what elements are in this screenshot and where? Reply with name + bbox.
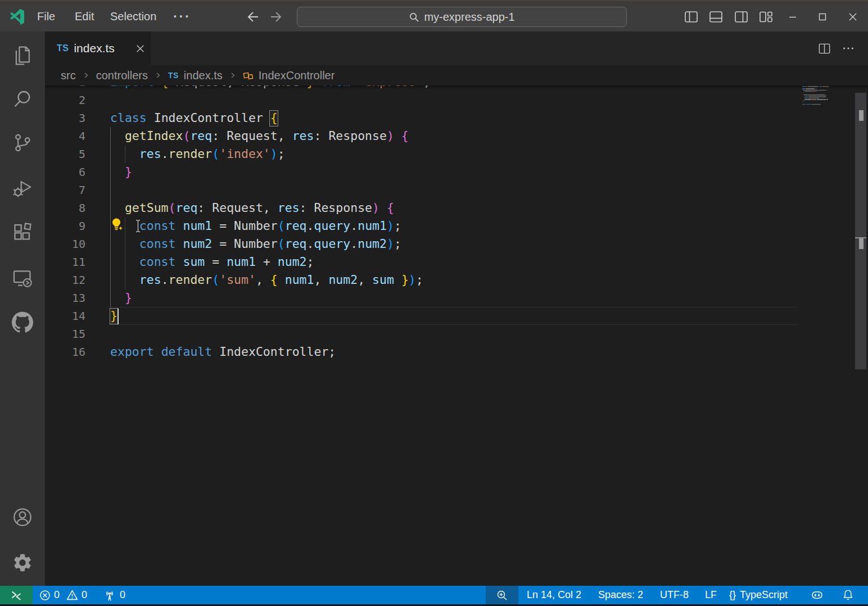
editor-group: TS index.ts src controllers TS index.ts (45, 31, 868, 586)
bracket-match-box (269, 110, 278, 126)
zoom-status-item[interactable] (486, 586, 518, 604)
overview-ruler-cursor (855, 237, 866, 238)
title-bar: File Edit Selection ··· my-express-app-1 (0, 0, 868, 31)
vscode-logo-icon (8, 9, 24, 25)
code-line: 5 res.render('index'); (45, 145, 801, 163)
language-label: TypeScript (740, 586, 788, 604)
split-editor-icon[interactable] (818, 42, 831, 55)
code-line: 9 const num1 = Number(req.query.num1); (45, 217, 801, 235)
forward-arrow-icon[interactable] (269, 8, 286, 25)
overview-ruler-marker (859, 238, 864, 249)
menu-more[interactable]: ··· (173, 1, 191, 31)
remote-icon (10, 589, 22, 602)
command-center-text: my-express-app-1 (424, 11, 514, 24)
line-number: 8 (45, 199, 85, 217)
back-arrow-icon[interactable] (243, 8, 260, 25)
encoding-item[interactable]: UTF-8 (660, 586, 689, 604)
code-line: 10 const num2 = Number(req.query.num2); (45, 235, 801, 253)
line-number: 14 (45, 307, 85, 325)
remote-indicator-button[interactable] (0, 586, 33, 604)
window-minimize-button[interactable] (780, 1, 806, 33)
copilot-icon (810, 588, 824, 602)
text-cursor (117, 309, 119, 324)
editor-more-actions-icon[interactable] (842, 42, 855, 55)
code-line: 13 } (45, 289, 801, 307)
search-icon (409, 12, 419, 22)
github-icon[interactable] (12, 311, 33, 333)
notifications-bell-item[interactable] (842, 589, 855, 606)
indent-guide (125, 217, 125, 289)
zoom-in-icon (496, 589, 508, 602)
tab-bar: TS index.ts (45, 31, 868, 65)
breadcrumb-file[interactable]: index.ts (184, 69, 223, 82)
customize-layout-icon[interactable] (759, 10, 773, 24)
tab-index-ts[interactable]: TS index.ts (45, 31, 151, 65)
minimap[interactable] (801, 85, 855, 586)
account-icon[interactable] (12, 506, 33, 528)
explorer-icon[interactable] (12, 44, 33, 65)
indentation-item[interactable]: Spaces: 2 (598, 586, 643, 604)
remote-explorer-icon[interactable] (12, 268, 33, 289)
line-number: 12 (45, 271, 85, 289)
search-icon[interactable] (12, 88, 33, 110)
code-line: 11 const sum = num1 + num2; (45, 253, 801, 271)
language-mode-item[interactable]: {} TypeScript (729, 586, 788, 604)
breadcrumb-symbol[interactable]: IndexController (259, 69, 335, 82)
tab-close-icon[interactable] (133, 42, 147, 55)
line-number: 11 (45, 253, 85, 271)
line-number: 15 (45, 325, 85, 343)
typescript-file-icon: TS (168, 71, 179, 80)
menu-selection[interactable]: Selection (110, 1, 156, 31)
bell-icon (842, 589, 855, 602)
code-editor[interactable]: 1import { Request, Response } from 'expr… (45, 85, 868, 586)
menu-file[interactable]: File (37, 1, 55, 31)
source-control-icon[interactable] (12, 132, 33, 153)
indent-guide (125, 145, 125, 163)
code-line: 6 } (45, 163, 801, 181)
error-count: 0 (54, 589, 60, 601)
line-number: 5 (45, 145, 85, 163)
window-close-button[interactable] (840, 1, 866, 33)
chevron-right-icon (82, 71, 91, 80)
code-line: 7 (45, 181, 801, 199)
lightbulb-icon[interactable] (108, 216, 124, 232)
scrollbar-thumb[interactable] (855, 93, 866, 369)
line-number: 9 (45, 217, 85, 235)
line-number: 2 (45, 91, 85, 109)
breadcrumbs: src controllers TS index.ts IndexControl… (45, 65, 868, 85)
current-line-highlight (108, 307, 797, 325)
ports-count: 0 (120, 589, 125, 601)
cursor-position-item[interactable]: Ln 14, Col 2 (527, 586, 581, 604)
scroll-shadow (45, 85, 868, 89)
code-line: 16export default IndexController; (45, 343, 801, 361)
code-line: 15 (45, 325, 801, 343)
run-debug-icon[interactable] (12, 178, 33, 199)
ibeam-mouse-cursor (135, 219, 141, 233)
code-line: 2 (45, 91, 801, 109)
toggle-panel-icon[interactable] (709, 10, 723, 24)
toggle-sidebar-icon[interactable] (684, 10, 698, 24)
command-center-search[interactable]: my-express-app-1 (297, 7, 627, 27)
settings-gear-icon[interactable] (12, 552, 33, 573)
warning-icon (66, 589, 78, 601)
symbol-class-icon (243, 70, 254, 81)
breadcrumb-controllers[interactable]: controllers (96, 69, 148, 82)
menu-edit[interactable]: Edit (75, 1, 94, 31)
chevron-right-icon (153, 71, 162, 80)
copilot-status-item[interactable] (810, 588, 824, 606)
vertical-scrollbar[interactable] (855, 85, 866, 586)
error-icon (39, 590, 51, 601)
breadcrumb-src[interactable]: src (61, 69, 76, 82)
ports-status-item[interactable]: 0 (103, 586, 125, 604)
line-number: 7 (45, 181, 85, 199)
code-line: 4 getIndex(req: Request, res: Response) … (45, 127, 801, 145)
toggle-secondary-sidebar-icon[interactable] (734, 10, 748, 24)
line-number: 3 (45, 109, 85, 127)
braces-icon: {} (729, 586, 736, 604)
window-maximize-button[interactable] (810, 1, 835, 33)
eol-item[interactable]: LF (705, 586, 717, 604)
line-number: 16 (45, 343, 85, 361)
problems-status-item[interactable]: 0 0 (39, 586, 87, 604)
line-number: 10 (45, 235, 85, 253)
extensions-icon[interactable] (12, 221, 33, 242)
